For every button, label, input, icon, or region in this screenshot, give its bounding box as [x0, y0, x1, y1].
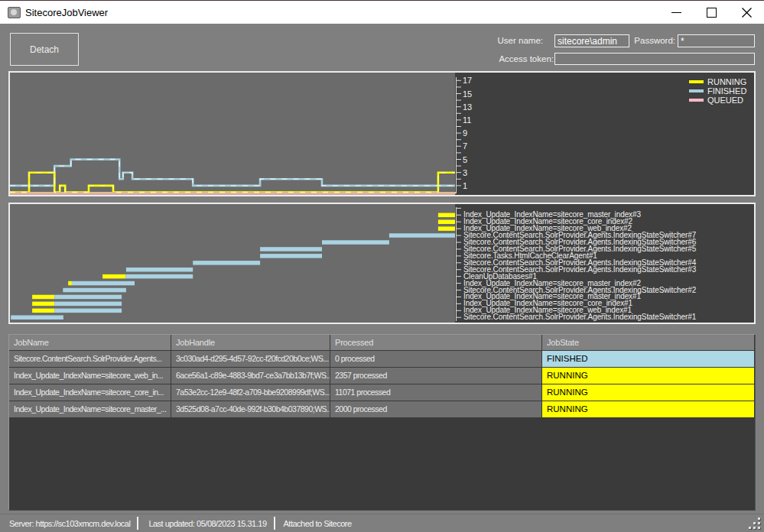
- title-bar: SitecoreJobViewer: [0, 1, 764, 24]
- svg-text:5: 5: [463, 155, 467, 164]
- maximize-button[interactable]: [694, 1, 729, 24]
- gantt-bar: [193, 261, 260, 265]
- gantt-bar: [260, 247, 322, 251]
- jobs-timeline-chart: 1357911131517RUNNINGFINISHEDQUEUED: [8, 71, 756, 196]
- cell-JobState[interactable]: RUNNING: [542, 401, 755, 418]
- jobs-gantt-canvas: Index_Update_IndexName=sitecore_master_i…: [10, 204, 754, 323]
- access-token-input[interactable]: [554, 53, 755, 65]
- close-button[interactable]: [729, 1, 764, 24]
- resize-grip[interactable]: [749, 517, 761, 530]
- table-header-row: JobNameJobHandleProcessedJobState: [9, 335, 755, 351]
- window-title: SitecoreJobViewer: [25, 7, 108, 18]
- maximize-icon: [706, 7, 717, 18]
- cell-JobState[interactable]: RUNNING: [542, 368, 755, 384]
- gantt-bar: [11, 316, 63, 320]
- svg-text:15: 15: [463, 89, 472, 99]
- status-separator: [137, 517, 138, 530]
- gantt-bar: [260, 254, 322, 258]
- app-icon: [8, 7, 21, 18]
- column-header-JobName[interactable]: JobName: [9, 335, 171, 351]
- table-row[interactable]: Index_Update_IndexName=sitecore_core_in.…: [9, 384, 755, 401]
- cell-Processed[interactable]: 2000 processed: [330, 401, 542, 418]
- cell-JobState[interactable]: RUNNING: [542, 384, 755, 401]
- gantt-bar: [54, 309, 122, 313]
- gantt-bar: [322, 240, 389, 245]
- access-token-label: Access token:: [499, 54, 554, 63]
- jobs-gantt-chart: Index_Update_IndexName=sitecore_master_i…: [8, 203, 756, 324]
- grip-dot: [758, 527, 760, 529]
- series-FINISHED-line: [10, 160, 455, 186]
- cell-Processed[interactable]: 11071 processed: [330, 384, 542, 401]
- svg-text:1: 1: [463, 181, 467, 190]
- gantt-bar: [102, 274, 125, 279]
- cell-JobHandle[interactable]: 3c030ad4-d295-4d57-92cc-f20fcd20b0ce;WS.…: [171, 351, 330, 368]
- svg-text:17: 17: [463, 76, 472, 85]
- column-header-JobState[interactable]: JobState: [542, 335, 755, 351]
- grip-dot: [753, 527, 756, 529]
- grip-dot: [753, 522, 756, 524]
- gantt-bar: [438, 226, 455, 231]
- cell-JobName[interactable]: Sitecore.ContentSearch.SolrProvider.Agen…: [9, 351, 171, 368]
- svg-text:7: 7: [463, 141, 467, 151]
- close-icon: [741, 7, 753, 18]
- column-header-Processed[interactable]: Processed: [330, 335, 542, 351]
- gantt-bar: [54, 295, 122, 300]
- svg-text:13: 13: [463, 102, 472, 112]
- gantt-bar: [72, 281, 135, 286]
- gantt-bar: [32, 302, 54, 307]
- gantt-bar: [126, 268, 193, 272]
- grip-dot: [758, 522, 760, 524]
- jobs-table: JobNameJobHandleProcessedJobStateSitecor…: [8, 334, 756, 511]
- gantt-bar: [32, 295, 54, 300]
- svg-text:QUEUED: QUEUED: [707, 96, 743, 105]
- status-last-updated: Last updated: 05/08/2023 15.31.19: [148, 519, 266, 528]
- status-separator: [274, 517, 275, 530]
- series-RUNNING-line: [10, 173, 455, 193]
- column-header-JobHandle[interactable]: JobHandle: [171, 335, 330, 351]
- gantt-bar: [438, 213, 455, 218]
- gantt-bar: [54, 302, 122, 307]
- grip-dot: [749, 527, 751, 529]
- svg-text:11: 11: [463, 115, 471, 125]
- user-name-input[interactable]: [554, 34, 629, 47]
- password-input[interactable]: [678, 34, 755, 47]
- jobs-timeline-canvas: 1357911131517RUNNINGFINISHEDQUEUED: [10, 73, 754, 195]
- svg-text:FINISHED: FINISHED: [707, 86, 746, 96]
- gantt-bar: [63, 288, 126, 293]
- cell-Processed[interactable]: 0 processed: [330, 351, 542, 368]
- status-server: Server: https://sc103xmcm.dev.local: [9, 519, 130, 528]
- gantt-bar: [438, 220, 455, 225]
- cell-JobName[interactable]: Index_Update_IndexName=sitecore_master_.…: [9, 401, 171, 418]
- gantt-bar: [32, 309, 54, 313]
- status-bar: Server: https://sc103xmcm.dev.local Last…: [0, 514, 764, 532]
- svg-text:Sitecore.ContentSearch.SolrPro: Sitecore.ContentSearch.SolrProvider.Agen…: [463, 313, 697, 321]
- table-row[interactable]: Index_Update_IndexName=sitecore_web_in..…: [9, 368, 755, 384]
- cell-JobState[interactable]: FINISHED: [542, 351, 755, 368]
- password-label: Password:: [634, 36, 675, 45]
- user-name-label: User name:: [498, 36, 543, 45]
- gantt-bar: [389, 233, 455, 238]
- table-row[interactable]: Sitecore.ContentSearch.SolrProvider.Agen…: [9, 351, 755, 368]
- cell-Processed[interactable]: 2357 processed: [330, 368, 542, 384]
- cell-JobName[interactable]: Index_Update_IndexName=sitecore_web_in..…: [9, 368, 171, 384]
- svg-text:9: 9: [463, 128, 467, 138]
- cell-JobHandle[interactable]: 3d525d08-a7cc-40de-992f-b30b4b037890;WS.…: [171, 401, 330, 418]
- table-row[interactable]: Index_Update_IndexName=sitecore_master_.…: [9, 401, 755, 418]
- minimize-icon: [671, 7, 682, 18]
- cell-JobHandle[interactable]: 6ace56a1-c89e-4883-9bd7-ce3a7bb13b7f;WS.…: [171, 368, 330, 384]
- minimize-button[interactable]: [658, 1, 694, 24]
- cell-JobName[interactable]: Index_Update_IndexName=sitecore_core_in.…: [9, 384, 171, 401]
- app-window: SitecoreJobViewer Detach User name: Pass…: [0, 0, 764, 532]
- detach-button[interactable]: Detach: [10, 33, 79, 66]
- svg-text:3: 3: [463, 168, 467, 177]
- gantt-bar: [125, 274, 193, 279]
- gantt-bar: [68, 281, 72, 286]
- grip-dot: [758, 517, 760, 520]
- svg-text:RUNNING: RUNNING: [707, 77, 746, 86]
- status-attached: Attached to Sitecore: [284, 519, 352, 528]
- cell-JobHandle[interactable]: 7a53e2cc-12e9-48f2-a709-bbe9208999df;WS.…: [171, 384, 330, 401]
